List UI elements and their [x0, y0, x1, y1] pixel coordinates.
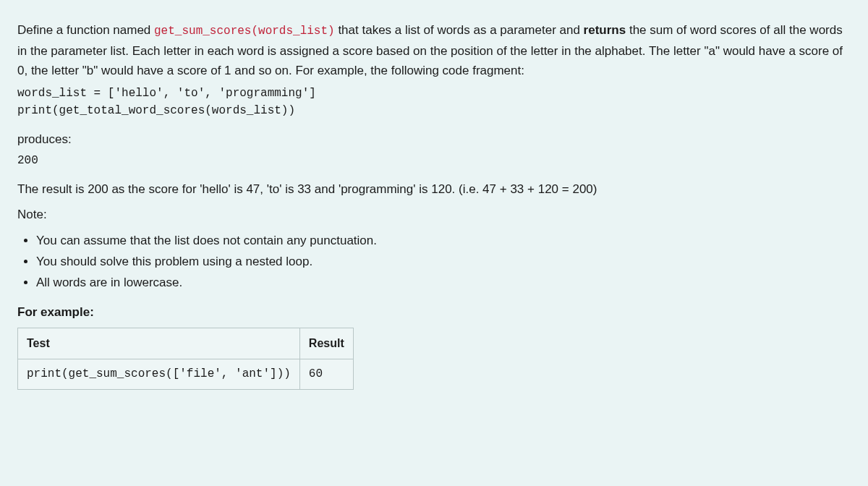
result-cell: 60	[299, 359, 353, 390]
example-table: Test Result print(get_sum_scores(['file'…	[17, 328, 354, 390]
produces-label: produces:	[17, 129, 851, 149]
intro-paragraph: Define a function named get_sum_scores(w…	[17, 20, 851, 80]
note-item: You can assume that the list does not co…	[36, 231, 851, 250]
note-label: Note:	[17, 205, 851, 224]
function-signature: get_sum_scores(words_list)	[154, 25, 335, 38]
explanation: The result is 200 as the score for 'hell…	[17, 179, 851, 199]
table-header-result: Result	[299, 328, 353, 359]
question-container: Define a function named get_sum_scores(w…	[0, 0, 868, 486]
intro-mid1: that takes a list of words as a paramete…	[335, 23, 584, 37]
returns-word: returns	[584, 23, 626, 37]
for-example-label: For example:	[17, 302, 851, 322]
notes-list: You can assume that the list does not co…	[17, 231, 851, 293]
output-value: 200	[17, 152, 851, 169]
note-item: You should solve this problem using a ne…	[36, 252, 851, 271]
table-header-test: Test	[18, 328, 300, 359]
table-row: print(get_sum_scores(['file', 'ant'])) 6…	[18, 359, 354, 390]
intro-prefix: Define a function named	[17, 23, 154, 37]
test-cell: print(get_sum_scores(['file', 'ant']))	[18, 359, 300, 390]
note-item: All words are in lowercase.	[36, 273, 851, 292]
code-fragment: words_list = ['hello', 'to', 'programmin…	[17, 85, 851, 119]
